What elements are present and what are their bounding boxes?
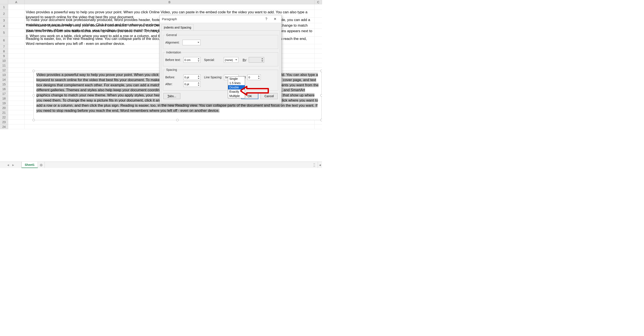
resize-handle[interactable] <box>32 119 35 121</box>
alignment-combo[interactable] <box>182 40 200 45</box>
dialog-titlebar[interactable]: Paragraph ? ✕ <box>160 15 281 23</box>
cell-A11[interactable] <box>8 63 24 68</box>
cell-A2[interactable] <box>8 10 24 17</box>
row-header-4[interactable]: 4 <box>0 23 8 29</box>
resize-handle[interactable] <box>320 94 322 97</box>
resize-handle[interactable] <box>320 119 322 121</box>
cell-A22[interactable] <box>8 115 24 120</box>
resize-handle[interactable] <box>320 70 322 72</box>
triangle-left-icon[interactable]: ◄ <box>7 163 10 167</box>
row-header-11[interactable]: 11 <box>0 63 8 68</box>
cell-A17[interactable] <box>8 91 24 96</box>
cell-C1[interactable] <box>315 4 322 10</box>
cell-A1[interactable] <box>8 4 24 10</box>
dropdown-item-multiple[interactable]: Multiple <box>228 94 245 98</box>
cell-C10[interactable] <box>315 58 322 63</box>
row-header-20[interactable]: 20 <box>0 106 8 110</box>
cell-A23[interactable] <box>8 120 24 124</box>
cell-A6[interactable] <box>8 36 24 44</box>
column-header-c[interactable]: C <box>315 0 322 4</box>
cell-A8[interactable] <box>8 49 24 53</box>
row-header-3[interactable]: 3 <box>0 17 8 23</box>
row-header-8[interactable]: 8 <box>0 49 8 54</box>
cell-A19[interactable] <box>8 101 24 105</box>
cell-C7[interactable] <box>315 44 322 49</box>
cell-B24[interactable] <box>24 125 315 129</box>
cell-A5[interactable] <box>8 29 24 36</box>
cell-A3[interactable] <box>8 17 24 23</box>
cell-A13[interactable] <box>8 73 24 77</box>
row-header-18[interactable]: 18 <box>0 96 8 101</box>
cell-A12[interactable] <box>8 68 24 72</box>
row-header-7[interactable]: 7 <box>0 44 8 49</box>
cell-B1[interactable] <box>24 4 315 10</box>
cell-A7[interactable] <box>8 44 24 49</box>
at-spin[interactable]: 0 <box>248 74 261 80</box>
row-header-10[interactable]: 10 <box>0 58 8 63</box>
triangle-right-icon[interactable]: ► <box>12 163 15 167</box>
cell-A15[interactable] <box>8 82 24 86</box>
row-header-24[interactable]: 24 <box>0 125 8 129</box>
select-all-corner[interactable] <box>0 0 8 4</box>
row-header-12[interactable]: 12 <box>0 68 8 73</box>
cell-C3[interactable] <box>315 17 322 23</box>
cell-A18[interactable] <box>8 96 24 101</box>
row-header-21[interactable]: 21 <box>0 110 8 115</box>
row-header-5[interactable]: 5 <box>0 29 8 36</box>
cell-C2[interactable] <box>315 10 322 17</box>
cell-A20[interactable] <box>8 106 24 110</box>
cell-C5[interactable] <box>315 29 322 36</box>
sheet-nav-arrows[interactable]: ◄ ► <box>0 162 22 168</box>
row-header-9[interactable]: 9 <box>0 54 8 58</box>
cell-A10[interactable] <box>8 58 24 63</box>
special-combo[interactable]: (none) <box>224 57 238 63</box>
add-sheet-button[interactable]: ⊕ <box>38 162 45 168</box>
row-header-19[interactable]: 19 <box>0 101 8 106</box>
dropdown-item-exactly[interactable]: Exactly <box>228 89 245 94</box>
line-spacing-dropdown[interactable]: Single1.5 linesDoubleExactlyMultiple <box>228 76 245 98</box>
by-spin[interactable] <box>249 57 264 63</box>
tab-split-grip[interactable] <box>314 163 315 167</box>
sheet-tab-sheet1[interactable]: Sheet1 <box>22 162 38 168</box>
row-header-14[interactable]: 14 <box>0 77 8 82</box>
cell-A14[interactable] <box>8 77 24 82</box>
tabs-button[interactable]: Tabs... <box>163 93 180 99</box>
cell-A16[interactable] <box>8 87 24 91</box>
cell-B23[interactable] <box>24 120 315 124</box>
cell-A9[interactable] <box>8 54 24 58</box>
row-header-1[interactable]: 1 <box>0 4 8 10</box>
spacing-after-spin[interactable]: 0 pt <box>183 81 200 87</box>
cell-A21[interactable] <box>8 110 24 115</box>
resize-handle[interactable] <box>176 119 179 121</box>
cell-A4[interactable] <box>8 23 24 28</box>
column-header-a[interactable]: A <box>8 0 24 4</box>
help-button[interactable]: ? <box>262 17 271 21</box>
row-header-2[interactable]: 2 <box>0 10 8 17</box>
cell-C9[interactable] <box>315 54 322 58</box>
row-header-22[interactable]: 22 <box>0 115 8 120</box>
spacing-before-spin[interactable]: 0 pt <box>183 74 200 80</box>
dropdown-item-15-lines[interactable]: 1.5 lines <box>228 81 245 85</box>
cell-C6[interactable] <box>315 36 322 44</box>
row-header-15[interactable]: 15 <box>0 82 8 87</box>
row-header-6[interactable]: 6 <box>0 36 8 44</box>
hscroll-left-icon[interactable]: ◄ <box>318 162 322 168</box>
cell-C8[interactable] <box>315 49 322 53</box>
row-header-17[interactable]: 17 <box>0 91 8 96</box>
cancel-button[interactable]: Cancel <box>260 93 278 99</box>
before-text-spin[interactable]: 0 cm <box>183 57 200 63</box>
row-header-13[interactable]: 13 <box>0 73 8 77</box>
resize-handle[interactable] <box>32 70 35 72</box>
cell-C11[interactable] <box>315 63 322 68</box>
dropdown-item-single[interactable]: Single <box>228 77 245 81</box>
cell-A24[interactable] <box>8 125 24 129</box>
close-button[interactable]: ✕ <box>271 17 279 21</box>
row-header-16[interactable]: 16 <box>0 87 8 91</box>
dropdown-item-double[interactable]: Double <box>228 85 245 89</box>
row-header-23[interactable]: 23 <box>0 120 8 125</box>
cell-C4[interactable] <box>315 23 322 28</box>
resize-handle[interactable] <box>32 94 35 97</box>
cell-C24[interactable] <box>315 125 322 129</box>
column-header-b[interactable]: B <box>24 0 315 4</box>
tab-indents-spacing[interactable]: Indents and Spacing <box>162 24 194 30</box>
